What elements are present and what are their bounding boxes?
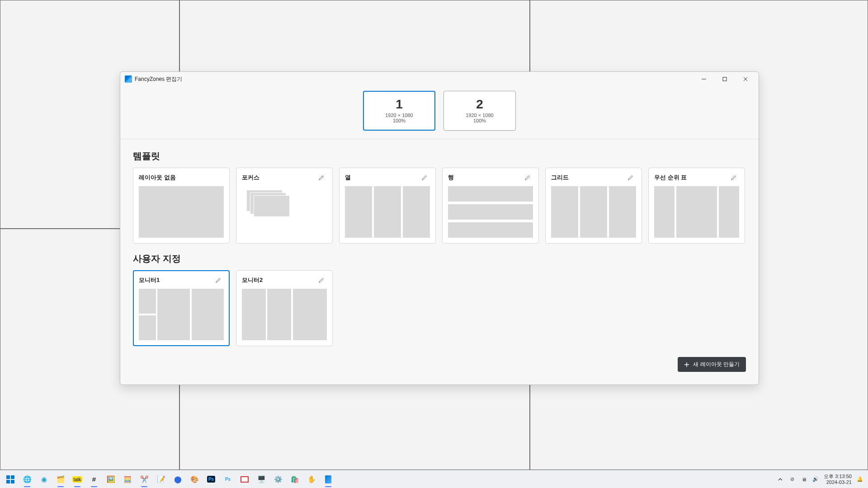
custom-preview-monitor2 xyxy=(242,289,327,340)
taskbar-chrome[interactable]: 🌐 xyxy=(21,474,33,485)
content-area: 템플릿 레이아웃 없음 포커스 xyxy=(120,139,759,385)
edit-button[interactable] xyxy=(625,172,636,183)
taskbar-settings[interactable]: ⚙️ xyxy=(272,474,284,485)
tray-network-icon[interactable]: 🖥 xyxy=(800,476,807,483)
tray-volume-icon[interactable]: 🔊 xyxy=(812,476,819,483)
pencil-icon xyxy=(318,277,325,283)
minimize-button[interactable] xyxy=(693,72,714,86)
svg-rect-3 xyxy=(6,480,10,483)
template-title: 열 xyxy=(345,174,351,182)
svg-rect-4 xyxy=(11,480,14,483)
template-title: 포커스 xyxy=(242,174,259,182)
maximize-button[interactable] xyxy=(714,72,735,86)
taskbar-photoshop[interactable]: Ps xyxy=(205,474,217,485)
pencil-icon xyxy=(421,174,428,181)
edit-button[interactable] xyxy=(728,172,739,183)
windows-icon xyxy=(6,475,15,484)
svg-rect-1 xyxy=(6,475,10,479)
custom-title: 모니터1 xyxy=(139,276,160,284)
taskbar-photos[interactable]: 🖼️ xyxy=(105,474,117,485)
template-card-columns[interactable]: 열 xyxy=(339,168,436,244)
template-preview-grid xyxy=(551,186,636,238)
tray-time: 오후 3:13:50 xyxy=(824,474,852,479)
custom-card-monitor2[interactable]: 모니터2 xyxy=(236,270,333,346)
template-title: 그리드 xyxy=(551,174,569,182)
pencil-icon xyxy=(524,174,531,181)
taskbar-apps: 🌐 ◉ 🗂️ talk # 🖼️ 🧮 ✂️ 📝 ⬤ 🎨 Ps Ps 🖥️ ⚙️ … xyxy=(5,474,334,485)
fancyzones-editor-window: FancyZones 편집기 1 868 × 488 100% 2 1920… xyxy=(120,71,759,385)
template-preview-focus xyxy=(242,186,327,238)
section-title-custom: 사용자 지정 xyxy=(133,253,746,265)
template-card-priority[interactable]: 우선 순위 표 xyxy=(648,168,745,244)
taskbar-kakaotalk[interactable]: talk xyxy=(71,474,83,485)
template-preview-none xyxy=(139,186,224,238)
window-title: FancyZones 편집기 xyxy=(135,75,182,83)
new-layout-button[interactable]: 새 레이아웃 만들기 xyxy=(678,357,746,372)
template-preview-rows xyxy=(448,186,533,238)
taskbar-powertoys[interactable] xyxy=(322,474,334,485)
pencil-icon xyxy=(318,174,325,181)
svg-rect-0 xyxy=(723,77,726,81)
taskbar-snipping[interactable]: ✂️ xyxy=(138,474,150,485)
chevron-up-icon xyxy=(778,477,783,482)
monitor-number: 1 xyxy=(396,98,403,111)
section-title-templates: 템플릿 xyxy=(133,150,746,162)
taskbar-edge[interactable]: ◉ xyxy=(38,474,50,485)
monitor-resolution: 868 × 488 xyxy=(385,113,413,118)
tray-overflow[interactable] xyxy=(777,476,784,483)
tray-notifications-icon[interactable]: 🔔 xyxy=(856,476,863,483)
template-preview-priority xyxy=(654,186,739,238)
edit-button[interactable] xyxy=(213,275,224,286)
custom-preview-monitor1 xyxy=(139,289,224,340)
taskbar-explorer[interactable]: 🗂️ xyxy=(55,474,66,485)
taskbar-calculator[interactable]: 🧮 xyxy=(122,474,133,485)
template-preview-columns xyxy=(345,186,430,238)
edit-button[interactable] xyxy=(316,275,327,286)
new-layout-label: 새 레이아웃 만들기 xyxy=(693,361,740,368)
taskbar-store[interactable]: 🛍️ xyxy=(289,474,301,485)
template-card-none[interactable]: 레이아웃 없음 xyxy=(133,168,230,244)
monitor-scale: 100% xyxy=(473,118,486,123)
custom-card-monitor1[interactable]: 모니터1 xyxy=(133,270,230,346)
edit-button[interactable] xyxy=(316,172,327,183)
tray-date: 2024-03-21 xyxy=(824,479,852,485)
template-card-focus[interactable]: 포커스 xyxy=(236,168,333,244)
template-title: 레이아웃 없음 xyxy=(139,174,176,182)
template-title: 우선 순위 표 xyxy=(654,174,687,182)
systray[interactable]: ⊘ 🖥 🔊 오후 3:13:50 2024-03-21 🔔 xyxy=(777,474,863,485)
taskbar[interactable]: 🌐 ◉ 🗂️ talk # 🖼️ 🧮 ✂️ 📝 ⬤ 🎨 Ps Ps 🖥️ ⚙️ … xyxy=(0,470,868,488)
custom-row: 모니터1 모니터2 xyxy=(133,270,746,346)
monitor-number: 2 xyxy=(476,98,483,111)
start-button[interactable] xyxy=(5,474,16,485)
tray-clock[interactable]: 오후 3:13:50 2024-03-21 xyxy=(824,474,852,485)
taskbar-photoshop2[interactable]: Ps xyxy=(222,474,234,485)
taskbar-app-red[interactable] xyxy=(239,474,250,485)
desktop: FancyZones 편집기 1 868 × 488 100% 2 1920… xyxy=(0,0,868,488)
taskbar-notepad[interactable]: 📝 xyxy=(155,474,167,485)
template-card-rows[interactable]: 행 xyxy=(442,168,539,244)
monitor-selector: 1 868 × 488 100% 2 868 × 488 100% xyxy=(120,86,759,139)
taskbar-terminal[interactable]: 🖥️ xyxy=(255,474,267,485)
template-card-grid[interactable]: 그리드 xyxy=(545,168,642,244)
pencil-icon xyxy=(627,174,634,181)
taskbar-app-grey[interactable]: ✋ xyxy=(306,474,317,485)
plus-icon xyxy=(684,362,689,367)
tray-status-icon[interactable]: ⊘ xyxy=(788,476,796,483)
edit-button[interactable] xyxy=(522,172,533,183)
edit-button[interactable] xyxy=(419,172,430,183)
monitor-scale: 100% xyxy=(393,118,406,123)
taskbar-paint[interactable]: 🎨 xyxy=(189,474,200,485)
pencil-icon xyxy=(731,174,737,181)
monitor-card-2[interactable]: 2 868 × 488 100% xyxy=(443,91,516,131)
svg-rect-2 xyxy=(11,475,14,479)
monitor-card-1[interactable]: 1 868 × 488 100% xyxy=(363,91,435,131)
taskbar-app-blue[interactable]: ⬤ xyxy=(172,474,184,485)
app-icon xyxy=(125,75,132,83)
pencil-icon xyxy=(215,277,222,283)
close-button[interactable] xyxy=(735,72,756,86)
titlebar[interactable]: FancyZones 편집기 xyxy=(120,72,759,86)
monitor-resolution: 868 × 488 xyxy=(466,113,493,118)
template-title: 행 xyxy=(448,174,454,182)
taskbar-slack[interactable]: # xyxy=(88,474,100,485)
custom-title: 모니터2 xyxy=(242,276,263,284)
